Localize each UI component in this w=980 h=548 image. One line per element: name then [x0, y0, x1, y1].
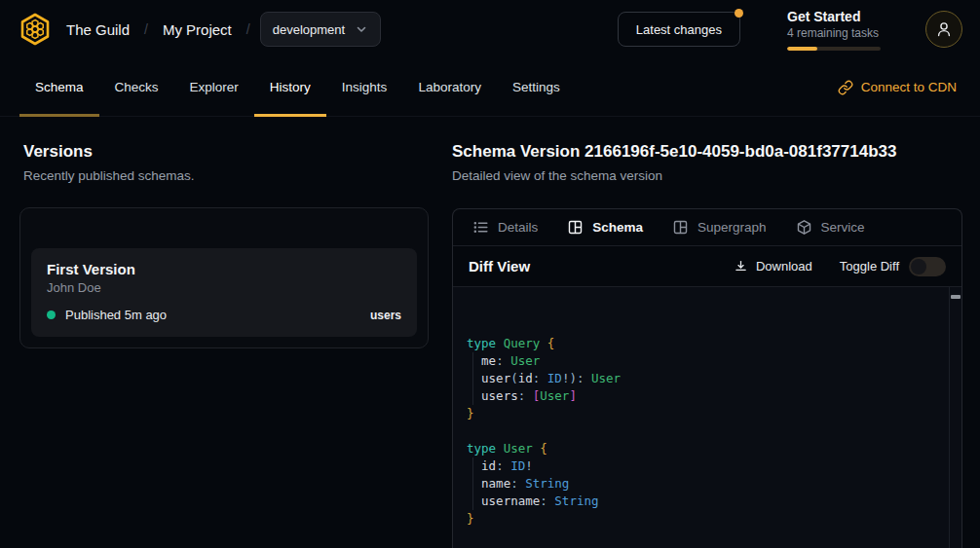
detail-tab-supergraph[interactable]: Supergraph — [672, 219, 767, 236]
get-started-widget[interactable]: Get Started 4 remaining tasks — [787, 9, 881, 51]
nav-tab-checks[interactable]: Checks — [99, 58, 174, 116]
breadcrumb-org[interactable]: The Guild — [66, 21, 130, 38]
toggle-diff-switch[interactable] — [909, 257, 946, 276]
connect-to-cdn-label: Connect to CDN — [861, 80, 957, 94]
breadcrumb-project[interactable]: My Project — [163, 21, 232, 38]
breadcrumb-separator: / — [246, 21, 250, 37]
breadcrumb: The Guild / My Project / — [66, 21, 250, 38]
notification-dot — [735, 9, 743, 18]
detail-tab-details[interactable]: Details — [472, 219, 538, 236]
nav-tab-settings[interactable]: Settings — [497, 58, 576, 116]
version-status: Published 5m ago — [65, 308, 167, 322]
toggle-diff-label: Toggle Diff — [840, 259, 899, 274]
latest-changes-label: Latest changes — [636, 22, 722, 37]
detail-tab-label: Service — [821, 220, 865, 235]
nav-tab-history[interactable]: History — [254, 58, 326, 116]
version-detail-subtitle: Detailed view of the schema version — [452, 168, 962, 183]
toggle-knob — [911, 259, 926, 274]
versions-subtitle: Recently published schemas. — [23, 168, 429, 183]
version-list-item[interactable]: First Version John Doe Published 5m ago … — [31, 248, 417, 337]
nav-tabs: Schema Checks Explorer History Insights … — [19, 58, 576, 116]
download-icon — [734, 259, 748, 274]
target-selector-value: development — [273, 22, 345, 37]
detail-tab-service[interactable]: Service — [796, 219, 865, 236]
nav-tab-explorer[interactable]: Explorer — [174, 58, 254, 116]
version-meta-row: Published 5m ago users — [47, 308, 401, 322]
link-icon — [838, 80, 853, 95]
nav-tab-laboratory[interactable]: Laboratory — [402, 58, 497, 116]
get-started-title: Get Started — [787, 9, 881, 25]
scrollbar-thumb[interactable] — [951, 295, 961, 299]
version-author: John Doe — [47, 280, 401, 295]
version-detail-section: Schema Version 2166196f-5e10-4059-bd0a-0… — [452, 117, 962, 548]
download-label: Download — [756, 259, 812, 274]
versions-title: Versions — [23, 142, 429, 162]
columns-icon — [672, 219, 689, 236]
code-block: type Query { me: User user(id: ID!): Use… — [467, 335, 932, 528]
detail-tab-label: Supergraph — [697, 220, 767, 235]
version-service-badge: users — [370, 309, 401, 322]
diff-view-title: Diff View — [469, 258, 530, 274]
code-scrollbar[interactable] — [949, 287, 961, 548]
version-detail-title: Schema Version 2166196f-5e10-4059-bd0a-0… — [452, 142, 962, 162]
download-button[interactable]: Download — [734, 259, 812, 274]
get-started-remaining: 4 remaining tasks — [787, 26, 881, 41]
detail-tab-label: Schema — [592, 220, 643, 235]
get-started-progress-fill — [787, 47, 817, 51]
detail-tabs: Details Schema — [453, 209, 961, 246]
main-nav: Schema Checks Explorer History Insights … — [0, 58, 980, 117]
get-started-progressbar — [787, 47, 881, 51]
version-detail-panel: Details Schema — [452, 208, 962, 548]
cube-icon — [796, 219, 812, 236]
breadcrumb-separator: / — [144, 21, 148, 37]
versions-section: Versions Recently published schemas. Fir… — [19, 117, 429, 548]
columns-icon — [567, 219, 584, 236]
diff-toolbar: Diff View Download Toggle Diff — [453, 246, 961, 287]
nav-tab-schema[interactable]: Schema — [19, 58, 99, 116]
chevron-down-icon — [355, 22, 368, 36]
published-status-dot — [47, 311, 56, 319]
versions-list-card: First Version John Doe Published 5m ago … — [19, 207, 429, 348]
latest-changes-button[interactable]: Latest changes — [618, 12, 740, 47]
list-icon — [472, 219, 489, 236]
header: The Guild / My Project / development Lat… — [0, 0, 980, 58]
detail-tab-schema[interactable]: Schema — [567, 219, 643, 236]
connect-to-cdn-link[interactable]: Connect to CDN — [838, 58, 957, 116]
person-icon — [935, 20, 953, 38]
version-name: First Version — [47, 261, 401, 277]
schema-code-viewer: type Query { me: User user(id: ID!): Use… — [453, 287, 961, 548]
hive-logo-icon[interactable] — [18, 12, 53, 47]
main-content: Versions Recently published schemas. Fir… — [0, 117, 980, 548]
app-window: The Guild / My Project / development Lat… — [0, 0, 980, 548]
detail-tab-label: Details — [498, 220, 538, 235]
toggle-diff-control: Toggle Diff — [840, 257, 946, 276]
user-avatar-button[interactable] — [925, 11, 962, 48]
nav-tab-insights[interactable]: Insights — [326, 58, 403, 116]
target-selector-dropdown[interactable]: development — [260, 12, 381, 47]
